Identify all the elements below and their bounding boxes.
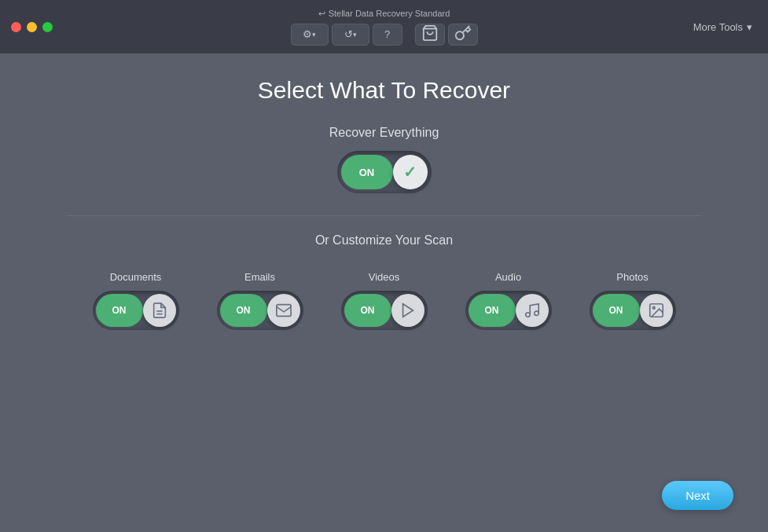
- emails-label: Emails: [244, 271, 275, 283]
- emails-on-label: ON: [220, 294, 267, 327]
- close-button[interactable]: [11, 22, 21, 32]
- history-button[interactable]: ↺ ▾: [332, 24, 369, 46]
- history-dropdown-icon: ▾: [353, 31, 357, 39]
- recover-everything-toggle[interactable]: ON ✓: [337, 151, 432, 193]
- photos-on-label: ON: [593, 294, 640, 327]
- history-icon: ↺: [344, 28, 353, 40]
- key-icon: [454, 24, 472, 44]
- audio-knob: [516, 294, 549, 327]
- settings-dropdown-icon: ▾: [312, 31, 316, 39]
- cart-icon: [421, 24, 439, 44]
- emails-knob: [267, 294, 300, 327]
- category-photos: Photos ON: [590, 271, 676, 330]
- category-emails: Emails ON: [217, 271, 303, 330]
- category-audio: Audio ON: [465, 271, 552, 330]
- audio-toggle[interactable]: ON: [465, 291, 552, 330]
- videos-knob: [391, 294, 424, 327]
- customize-scan-label: Or Customize Your Scan: [315, 233, 453, 248]
- key-button[interactable]: [448, 24, 478, 46]
- videos-label: Videos: [369, 271, 400, 283]
- categories-row: Documents ON Emails ON: [93, 271, 676, 330]
- main-content: Select What To Recover Recover Everythin…: [0, 53, 768, 532]
- category-videos: Videos ON: [341, 271, 428, 330]
- cart-button[interactable]: [415, 24, 445, 46]
- photos-toggle[interactable]: ON: [590, 291, 676, 330]
- back-arrow-icon: ↩: [318, 9, 325, 19]
- documents-on-label: ON: [96, 294, 143, 327]
- more-tools-chevron-icon: ▾: [747, 21, 752, 33]
- documents-toggle[interactable]: ON: [93, 291, 179, 330]
- audio-on-label: ON: [469, 294, 516, 327]
- svg-point-5: [525, 313, 530, 317]
- recover-everything-label: Recover Everything: [329, 126, 439, 140]
- app-title: ↩ Stellar Data Recovery Standard: [318, 9, 450, 19]
- toggle-knob: ✓: [393, 155, 428, 189]
- next-button[interactable]: Next: [662, 481, 733, 510]
- settings-icon: ⚙: [303, 28, 312, 40]
- svg-marker-4: [402, 304, 413, 317]
- maximize-button[interactable]: [42, 22, 53, 32]
- help-button[interactable]: ?: [373, 24, 402, 46]
- toggle-on-label: ON: [341, 155, 393, 189]
- documents-label: Documents: [110, 271, 162, 283]
- more-tools-button[interactable]: More Tools ▾: [693, 21, 752, 33]
- emails-toggle[interactable]: ON: [217, 291, 303, 330]
- category-documents: Documents ON: [93, 271, 179, 330]
- traffic-lights: [0, 22, 53, 32]
- settings-button[interactable]: ⚙ ▾: [291, 24, 329, 46]
- svg-rect-3: [276, 305, 290, 317]
- divider: [67, 215, 701, 216]
- photos-label: Photos: [616, 271, 648, 283]
- minimize-button[interactable]: [27, 22, 37, 32]
- page-title: Select What To Recover: [258, 77, 510, 104]
- documents-knob: [143, 294, 176, 327]
- svg-point-8: [652, 306, 655, 309]
- title-bar: ↩ Stellar Data Recovery Standard ⚙ ▾ ↺ ▾…: [0, 0, 768, 53]
- videos-on-label: ON: [344, 294, 391, 327]
- title-center: ↩ Stellar Data Recovery Standard ⚙ ▾ ↺ ▾…: [291, 9, 478, 46]
- help-icon: ?: [384, 28, 390, 40]
- audio-label: Audio: [495, 271, 521, 283]
- checkmark-icon: ✓: [403, 163, 417, 182]
- svg-point-6: [534, 311, 538, 316]
- toolbar-icons: ⚙ ▾ ↺ ▾ ?: [291, 24, 478, 46]
- videos-toggle[interactable]: ON: [341, 291, 428, 330]
- photos-knob: [640, 294, 673, 327]
- more-tools-label: More Tools: [693, 21, 743, 33]
